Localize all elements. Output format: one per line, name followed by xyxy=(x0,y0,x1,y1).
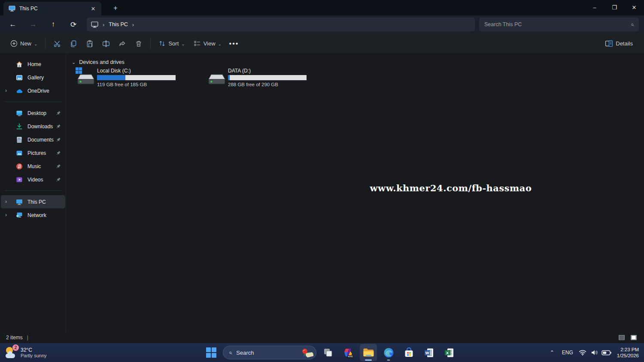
delete-button[interactable] xyxy=(131,36,147,51)
task-view-button[interactable] xyxy=(319,344,337,361)
sidebar-item-home[interactable]: Home xyxy=(1,57,65,71)
sidebar-item-gallery[interactable]: Gallery xyxy=(1,71,65,84)
edge-icon xyxy=(383,347,394,358)
copilot-m365-button[interactable]: M365 xyxy=(340,344,357,361)
new-tab-button[interactable]: + xyxy=(109,3,122,14)
section-title: Devices and drives xyxy=(79,59,125,65)
search-input[interactable] xyxy=(484,21,631,27)
new-button[interactable]: New ⌄ xyxy=(6,36,42,51)
details-pane-icon xyxy=(605,40,613,47)
excel-taskbar-button[interactable]: X xyxy=(440,344,458,361)
copy-button[interactable] xyxy=(65,36,82,51)
sort-button[interactable]: Sort ⌄ xyxy=(154,36,189,51)
wifi-icon[interactable] xyxy=(577,347,588,358)
sidebar-item-desktop[interactable]: Desktop xyxy=(1,106,65,120)
drive-icon xyxy=(207,70,226,87)
music-icon xyxy=(15,163,23,170)
back-button[interactable]: ← xyxy=(6,18,20,31)
status-bar: 2 items | xyxy=(0,332,644,343)
this-pc-icon xyxy=(91,21,98,28)
drive-d-item[interactable]: DATA (D:) 288 GB free of 290 GB xyxy=(207,68,314,87)
chevron-right-icon[interactable]: › xyxy=(5,199,7,205)
file-explorer-taskbar-button[interactable] xyxy=(360,344,377,361)
sidebar-item-onedrive[interactable]: › OneDrive xyxy=(1,84,65,97)
store-taskbar-button[interactable] xyxy=(400,344,417,361)
breadcrumb-chevron-icon: › xyxy=(103,21,104,28)
up-button[interactable]: ↑ xyxy=(46,18,61,31)
edge-taskbar-button[interactable] xyxy=(380,344,397,361)
sidebar-item-label: Documents xyxy=(27,137,54,143)
sort-button-label: Sort xyxy=(168,40,179,47)
sidebar-divider xyxy=(4,190,62,191)
weather-widget[interactable]: 2 32°C Partly sunny xyxy=(0,343,52,362)
clock[interactable]: 2:23 PM 1/25/2026 xyxy=(617,347,639,359)
more-options-button[interactable]: ••• xyxy=(226,36,242,51)
network-icon xyxy=(15,211,23,219)
pin-icon xyxy=(56,151,61,156)
chevron-right-icon[interactable]: › xyxy=(5,87,7,94)
list-view-toggle[interactable] xyxy=(617,334,626,341)
sidebar-item-videos[interactable]: Videos xyxy=(1,173,65,186)
hidden-icons-chevron[interactable]: ⌃ xyxy=(547,350,558,356)
sidebar-item-label: Network xyxy=(27,212,46,218)
volume-icon[interactable] xyxy=(589,347,600,358)
restore-button[interactable]: ❐ xyxy=(605,0,624,15)
details-button[interactable]: Details xyxy=(601,36,637,51)
breadcrumb[interactable]: This PC xyxy=(109,21,128,27)
breadcrumb-chevron-icon[interactable]: › xyxy=(132,21,134,28)
refresh-button[interactable]: ⟳ xyxy=(66,18,81,31)
sidebar-item-network[interactable]: › Network xyxy=(1,208,65,222)
pictures-icon xyxy=(15,149,23,157)
rename-button[interactable] xyxy=(98,36,114,51)
drive-c-item[interactable]: Local Disk (C:) 119 GB free of 185 GB xyxy=(76,68,183,87)
item-count: 2 items xyxy=(6,335,23,341)
downloads-icon xyxy=(15,123,23,130)
sidebar-item-label: Music xyxy=(27,163,41,169)
forward-button[interactable]: → xyxy=(26,18,40,31)
search-icon[interactable]: ⌕ xyxy=(631,21,634,28)
titlebar: This PC ✕ + – ❐ ✕ xyxy=(0,0,644,15)
sidebar-item-documents[interactable]: Documents xyxy=(1,133,65,146)
view-button[interactable]: View ⌄ xyxy=(189,36,226,51)
scissors-icon xyxy=(53,40,61,48)
close-button[interactable]: ✕ xyxy=(624,0,644,15)
icons-view-toggle[interactable] xyxy=(629,334,638,341)
sidebar-item-pictures[interactable]: Pictures xyxy=(1,146,65,160)
word-taskbar-button[interactable]: W xyxy=(420,344,437,361)
date: 1/25/2026 xyxy=(617,353,639,359)
search-box: ⌕ xyxy=(479,18,639,31)
new-button-label: New xyxy=(20,40,31,47)
language-indicator[interactable]: ENG xyxy=(559,350,576,356)
tab-close-icon[interactable]: ✕ xyxy=(88,4,98,13)
file-explorer-window: This PC ✕ + – ❐ ✕ ← → ↑ ⟳ › This PC › ⌕ xyxy=(0,0,644,362)
plus-circle-icon xyxy=(10,40,18,47)
share-button[interactable] xyxy=(114,36,131,51)
cut-button[interactable] xyxy=(49,36,65,51)
active-app-indicator xyxy=(365,359,372,361)
chevron-down-icon: ⌄ xyxy=(181,42,185,46)
chevron-down-icon[interactable]: ⌄ xyxy=(72,60,76,65)
battery-icon[interactable] xyxy=(601,347,612,358)
sidebar-item-label: OneDrive xyxy=(27,88,49,94)
sidebar-item-music[interactable]: Music xyxy=(1,160,65,173)
address-bar[interactable]: › This PC › xyxy=(87,18,475,31)
sidebar-item-label: Home xyxy=(27,61,41,67)
taskbar-search[interactable]: ⌕ Search xyxy=(223,346,316,359)
paste-button[interactable] xyxy=(82,36,98,51)
minimize-button[interactable]: – xyxy=(585,0,605,15)
view-icon xyxy=(194,40,201,47)
sidebar-item-downloads[interactable]: Downloads xyxy=(1,120,65,133)
chevron-right-icon[interactable]: › xyxy=(5,212,7,218)
start-button[interactable] xyxy=(203,344,220,361)
onedrive-icon xyxy=(15,87,23,94)
sidebar-item-label: Gallery xyxy=(27,75,44,81)
tab-this-pc[interactable]: This PC ✕ xyxy=(3,2,101,15)
taskbar: 2 32°C Partly sunny ⌕ Search xyxy=(0,343,644,362)
open-app-indicator xyxy=(387,359,390,361)
monitor-icon xyxy=(9,6,15,12)
sidebar-item-this-pc[interactable]: › This PC xyxy=(1,195,65,208)
windows-logo-icon xyxy=(76,67,82,74)
time: 2:23 PM xyxy=(617,347,639,353)
drive-name: DATA (D:) xyxy=(228,68,307,74)
devices-and-drives-group[interactable]: ⌄ Devices and drives xyxy=(72,59,644,65)
